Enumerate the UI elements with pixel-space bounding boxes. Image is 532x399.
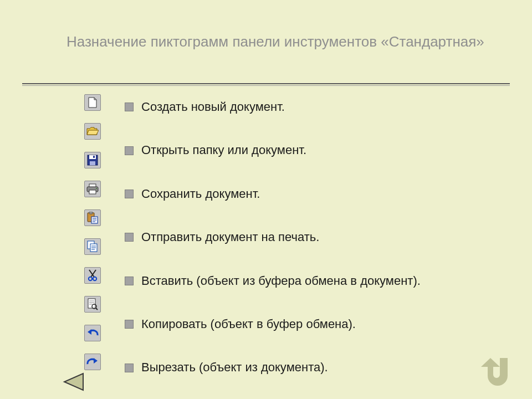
svg-marker-33 xyxy=(88,329,91,335)
list-item: Сохранить документ. xyxy=(125,187,499,201)
item-text: Копировать (объект в буфер обмена). xyxy=(141,317,356,331)
cut-scissors-icon xyxy=(84,267,101,284)
svg-rect-6 xyxy=(90,161,95,165)
svg-rect-5 xyxy=(89,155,96,159)
svg-marker-3 xyxy=(87,130,99,135)
list-item: Вставить (объект из буфера обмена в доку… xyxy=(125,274,499,288)
svg-point-26 xyxy=(93,277,96,280)
svg-rect-10 xyxy=(89,190,96,194)
return-button[interactable] xyxy=(478,350,516,391)
list-item: Вырезать (объект из документа). xyxy=(125,360,499,375)
svg-marker-36 xyxy=(481,358,500,367)
list-item: Отправить документ на печать. xyxy=(125,230,499,244)
copy-icon xyxy=(84,238,101,255)
bullet-icon xyxy=(125,146,134,155)
undo-icon xyxy=(84,325,101,341)
svg-point-25 xyxy=(89,277,92,280)
description-list: Создать новый документ. Открыть папку ил… xyxy=(125,100,499,399)
print-icon xyxy=(84,181,101,197)
svg-line-32 xyxy=(96,308,98,310)
svg-rect-7 xyxy=(93,156,95,158)
horizontal-rule xyxy=(22,83,510,84)
list-item: Открыть папку или документ. xyxy=(125,143,499,157)
item-text: Открыть папку или документ. xyxy=(141,143,306,157)
item-text: Отправить документ на печать. xyxy=(141,230,319,244)
toolbar-icon-column xyxy=(84,94,101,370)
bullet-icon xyxy=(125,364,134,372)
item-text: Сохранить документ. xyxy=(141,187,260,201)
prev-slide-button[interactable] xyxy=(61,371,85,395)
svg-rect-13 xyxy=(89,212,93,214)
list-item: Создать новый документ. xyxy=(125,100,499,114)
new-file-icon xyxy=(84,94,101,111)
slide-title: Назначение пиктограмм панели инструменто… xyxy=(66,33,510,50)
svg-marker-35 xyxy=(64,374,83,390)
item-text: Вырезать (объект из документа). xyxy=(141,360,328,375)
paste-clipboard-icon xyxy=(84,209,101,226)
bullet-icon xyxy=(125,233,134,242)
print-preview-icon xyxy=(84,296,101,313)
list-item: Копировать (объект в буфер обмена). xyxy=(125,317,499,331)
item-text: Создать новый документ. xyxy=(141,100,285,114)
bullet-icon xyxy=(125,190,134,198)
svg-point-11 xyxy=(96,188,97,189)
save-disk-icon xyxy=(84,152,101,168)
bullet-icon xyxy=(125,320,134,329)
open-folder-icon xyxy=(84,123,101,140)
item-text: Вставить (объект из буфера обмена в доку… xyxy=(141,274,421,288)
svg-marker-1 xyxy=(94,98,96,100)
bullet-icon xyxy=(125,277,134,285)
svg-marker-34 xyxy=(94,358,98,364)
redo-icon xyxy=(84,354,101,370)
bullet-icon xyxy=(125,103,134,111)
